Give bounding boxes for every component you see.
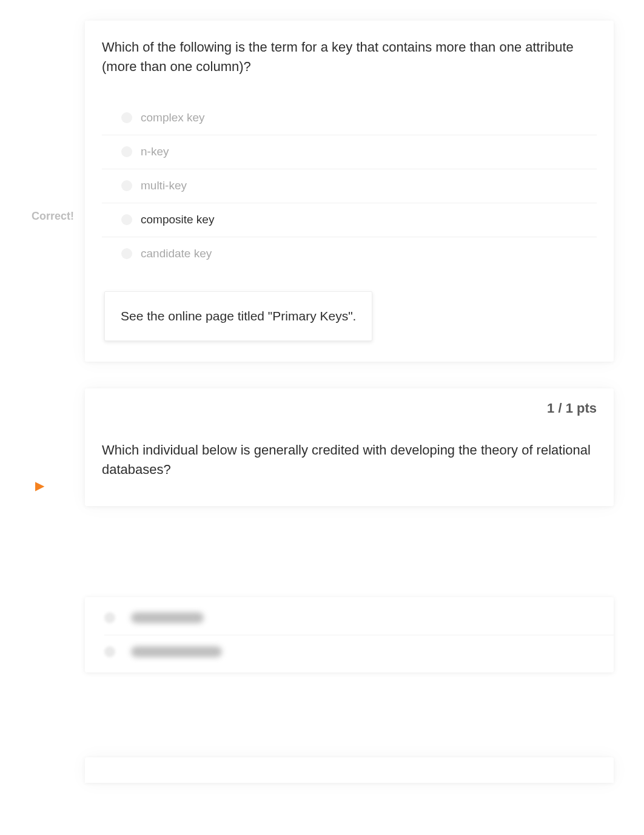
next-card-peek <box>85 757 614 783</box>
question-1-card: Which of the following is the term for a… <box>85 21 614 362</box>
question-2-text: Which individual below is generally cred… <box>102 441 597 479</box>
question-1-gutter: Correct! <box>0 21 85 362</box>
question-1-options: complex key n-key multi-key composite ke… <box>102 101 597 271</box>
radio-icon <box>121 146 132 157</box>
question-2-gutter: ▶ <box>0 388 85 506</box>
question-1-row: Correct! Which of the following is the t… <box>0 21 644 362</box>
option-label: complex key <box>141 111 205 124</box>
option-label: n-key <box>141 145 169 158</box>
radio-icon <box>121 112 132 123</box>
option-label: candidate key <box>141 247 212 260</box>
question-2-points: 1 / 1 pts <box>547 401 597 416</box>
radio-icon <box>121 180 132 191</box>
question-1-feedback: See the online page titled "Primary Keys… <box>104 291 372 341</box>
correct-badge: Correct! <box>32 210 74 223</box>
radio-icon <box>104 612 115 623</box>
radio-icon <box>104 646 115 657</box>
blurred-option-row <box>104 601 614 635</box>
blurred-text-icon <box>131 612 204 623</box>
blurred-text-icon <box>131 646 222 657</box>
question-1-text: Which of the following is the term for a… <box>102 38 597 76</box>
question-2-card: 1 / 1 pts Which individual below is gene… <box>85 388 614 506</box>
question-2-row: ▶ 1 / 1 pts Which individual below is ge… <box>0 388 644 506</box>
option-complex-key[interactable]: complex key <box>102 101 597 135</box>
radio-icon <box>121 248 132 259</box>
option-label: composite key <box>141 213 214 226</box>
option-composite-key[interactable]: composite key <box>102 203 597 237</box>
question-2-options-blurred <box>0 597 644 672</box>
option-candidate-key[interactable]: candidate key <box>102 237 597 271</box>
option-label: multi-key <box>141 179 187 192</box>
blurred-option-row <box>104 635 614 669</box>
play-icon: ▶ <box>35 479 44 492</box>
quiz-page: Correct! Which of the following is the t… <box>0 0 644 819</box>
option-multi-key[interactable]: multi-key <box>102 169 597 203</box>
radio-icon <box>121 214 132 225</box>
option-n-key[interactable]: n-key <box>102 135 597 169</box>
